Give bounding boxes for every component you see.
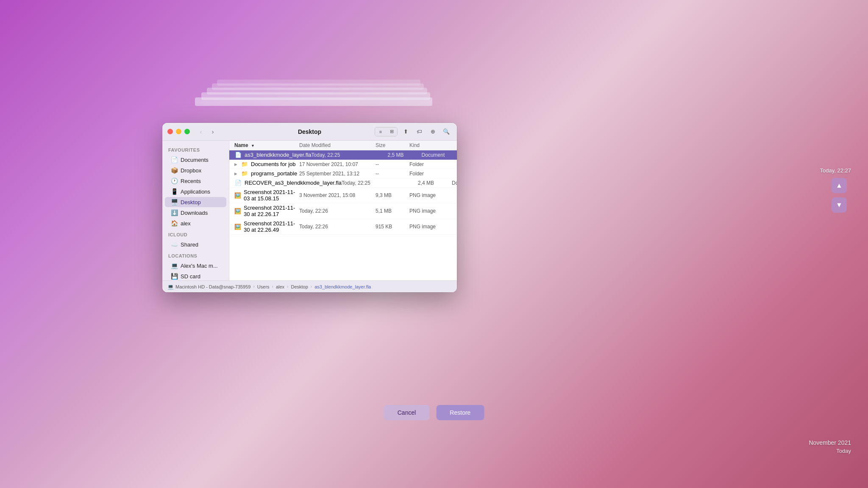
- expand-arrow: ▶: [234, 162, 237, 166]
- file-icon: 📄: [234, 180, 242, 186]
- finder-content: Favourites 📄 Documents 📦 Dropbox 🕐 Recen…: [162, 141, 457, 280]
- desktop-icon: 🖥️: [171, 199, 178, 205]
- sidebar-item-alex[interactable]: 🏠 alex: [165, 218, 226, 228]
- month-year-label: November 2021: [809, 439, 851, 446]
- minimize-button[interactable]: [176, 129, 181, 134]
- file-name-cell: 🖼️ Screenshot 2021-11-30 at 22.26.49: [234, 220, 299, 233]
- table-row[interactable]: 📄 as3_blendkkmode_layer.fla Today, 22:25…: [229, 150, 457, 160]
- table-row[interactable]: ▶ 📁 Documents for job 17 November 2021, …: [229, 160, 457, 169]
- file-name-cell: ▶ 📁 programs_portable: [234, 170, 299, 177]
- col-date-header[interactable]: Date Modified: [299, 142, 376, 148]
- sidebar-item-dropbox[interactable]: 📦 Dropbox: [165, 165, 226, 175]
- col-name-header[interactable]: Name ▼: [234, 142, 299, 148]
- close-button[interactable]: [167, 129, 173, 134]
- file-icon: 📄: [234, 152, 242, 158]
- table-row[interactable]: 🖼️ Screenshot 2021-11-30 at 22.26.17 Tod…: [229, 203, 457, 219]
- dropbox-icon: 📦: [171, 167, 178, 174]
- file-name-cell: 📄 as3_blendkkmode_layer.fla: [234, 152, 312, 158]
- icloud-label: iCloud: [162, 229, 229, 239]
- chevron-up-icon: ▲: [836, 182, 843, 189]
- sidebar-item-shared[interactable]: ☁️ Shared: [165, 239, 226, 250]
- list-view-button[interactable]: ≡: [375, 128, 386, 136]
- view-toggle: ≡ ⊞: [375, 127, 398, 136]
- toolbar-actions: ≡ ⊞ ⬆ 🏷 ⊕ 🔍: [375, 127, 452, 136]
- today-label: Today: [809, 448, 851, 454]
- tm-arrows: ▲ ▼: [832, 178, 847, 213]
- window-controls: [167, 129, 190, 134]
- grid-view-button[interactable]: ⊞: [386, 128, 397, 136]
- tm-timestamp: Today, 22:27: [820, 167, 851, 174]
- status-bar: 💻 Macintosh HD - Data@snap-735959 › User…: [162, 280, 457, 292]
- sidebar-item-macintosh[interactable]: 💻 Alex's Mac m...: [165, 261, 226, 271]
- title-bar: ‹ › Desktop ≡ ⊞ ⬆ 🏷 ⊕ 🔍: [162, 123, 457, 141]
- breadcrumb-item: alex: [276, 284, 284, 289]
- applications-icon: 📱: [171, 188, 178, 195]
- col-size-header[interactable]: Size: [376, 142, 409, 148]
- forward-button[interactable]: ›: [208, 127, 218, 136]
- nav-buttons: ‹ ›: [196, 127, 218, 136]
- home-icon: 🏠: [171, 220, 178, 227]
- tag-button[interactable]: 🏷: [414, 127, 425, 136]
- share-button[interactable]: ⬆: [400, 127, 411, 136]
- folder-icon: 📁: [241, 161, 248, 167]
- locations-label: Locations: [162, 250, 229, 260]
- cancel-button[interactable]: Cancel: [384, 405, 430, 420]
- file-list-header: Name ▼ Date Modified Size Kind: [229, 141, 457, 150]
- folder-icon: 📁: [241, 170, 248, 177]
- breadcrumb-item: Desktop: [291, 284, 308, 289]
- window-title: Desktop: [298, 128, 321, 135]
- documents-icon: 📄: [171, 156, 178, 163]
- favourites-label: Favourites: [162, 144, 229, 154]
- sidebar-item-recents[interactable]: 🕐 Recents: [165, 176, 226, 186]
- tm-arrow-down[interactable]: ▼: [832, 197, 847, 213]
- bottom-buttons: Cancel Restore: [384, 405, 484, 420]
- finder-window: ‹ › Desktop ≡ ⊞ ⬆ 🏷 ⊕ 🔍 Favourites 📄 Doc…: [162, 123, 457, 292]
- breadcrumb-item-selected: as3_blendkkmode_layer.fla: [314, 284, 371, 289]
- sidebar: Favourites 📄 Documents 📦 Dropbox 🕐 Recen…: [162, 141, 229, 280]
- icloud-icon: ☁️: [171, 241, 178, 248]
- image-icon: 🖼️: [234, 224, 241, 230]
- search-button[interactable]: 🔍: [441, 127, 452, 136]
- desktop-date: November 2021 Today: [809, 439, 851, 454]
- mac-icon: 💻: [171, 262, 178, 269]
- file-name-cell: 📄 RECOVER_as3_blendkkmode_layer.fla: [234, 180, 342, 186]
- more-button[interactable]: ⊕: [427, 127, 438, 136]
- table-row[interactable]: 📄 RECOVER_as3_blendkkmode_layer.fla Toda…: [229, 178, 457, 188]
- restore-button[interactable]: Restore: [436, 405, 484, 420]
- downloads-icon: ⬇️: [171, 209, 178, 216]
- back-button[interactable]: ‹: [196, 127, 206, 136]
- mac-breadcrumb-icon: 💻: [167, 284, 174, 290]
- breadcrumb-item: Users: [257, 284, 270, 289]
- sidebar-item-downloads[interactable]: ⬇️ Downloads: [165, 208, 226, 218]
- image-icon: 🖼️: [234, 192, 241, 199]
- sdcard-icon: 💾: [171, 273, 178, 280]
- file-name-cell: ▶ 📁 Documents for job: [234, 161, 299, 167]
- chevron-down-icon: ▼: [836, 201, 843, 209]
- breadcrumb-item: Macintosh HD - Data@snap-735959: [175, 284, 250, 289]
- tm-arrow-up[interactable]: ▲: [832, 178, 847, 193]
- recents-icon: 🕐: [171, 177, 178, 184]
- sidebar-item-desktop[interactable]: 🖥️ Desktop: [165, 197, 226, 207]
- expand-arrow: ▶: [234, 172, 237, 176]
- image-icon: 🖼️: [234, 208, 241, 214]
- file-name-cell: 🖼️ Screenshot 2021-11-03 at 15.08.15: [234, 189, 299, 202]
- file-list: Name ▼ Date Modified Size Kind 📄 as3_ble…: [229, 141, 457, 280]
- sidebar-item-applications[interactable]: 📱 Applications: [165, 186, 226, 197]
- maximize-button[interactable]: [184, 129, 190, 134]
- col-kind-header[interactable]: Kind: [409, 142, 452, 148]
- sidebar-item-sdcard[interactable]: 💾 SD card: [165, 271, 226, 280]
- table-row[interactable]: ▶ 📁 programs_portable 25 September 2021,…: [229, 169, 457, 178]
- sidebar-item-documents[interactable]: 📄 Documents: [165, 155, 226, 165]
- table-row[interactable]: 🖼️ Screenshot 2021-11-30 at 22.26.49 Tod…: [229, 219, 457, 235]
- file-name-cell: 🖼️ Screenshot 2021-11-30 at 22.26.17: [234, 205, 299, 217]
- table-row[interactable]: 🖼️ Screenshot 2021-11-03 at 15.08.15 3 N…: [229, 188, 457, 203]
- sort-arrow: ▼: [251, 144, 255, 148]
